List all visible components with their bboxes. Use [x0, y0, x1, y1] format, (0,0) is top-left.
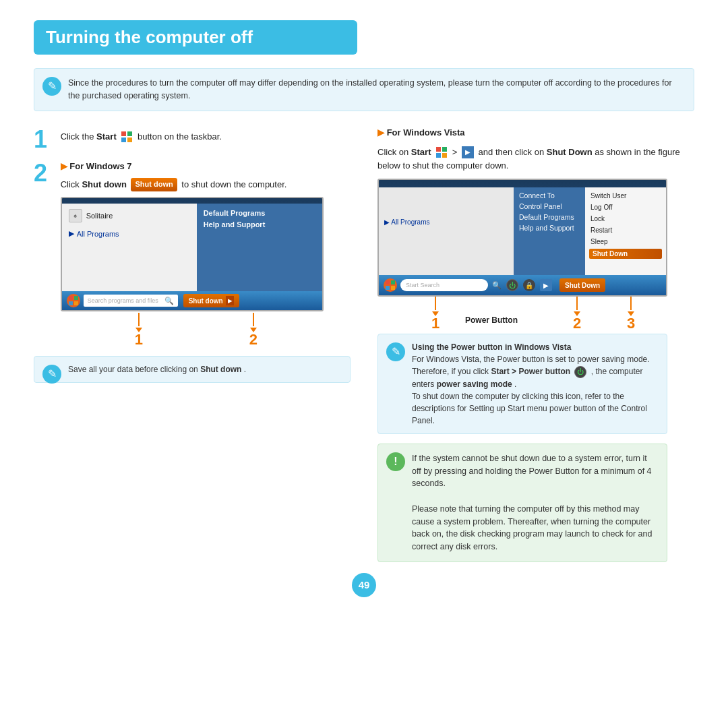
top-note-box: ✎ Since the procedures to turn the compu… — [34, 68, 694, 111]
vista-screenshot: ▶ All Programs Connect To Control Panel … — [377, 179, 667, 297]
win7-left-pane: ♠ Solitaire ▶ All Programs — [62, 204, 197, 291]
top-note-text: Since the procedures to turn the compute… — [68, 78, 672, 100]
vista-start-button — [383, 278, 398, 293]
vista-note-box: ✎ Using the Power button in Windows Vist… — [377, 334, 667, 434]
step-2-number: 2 — [34, 161, 58, 185]
vista-annotations: 1 Power Button 2 3 — [377, 297, 667, 334]
vista-left-pane: ▶ All Programs — [379, 187, 514, 275]
for-vista-header: For Windows Vista — [377, 127, 694, 138]
step-1-row: 1 Click the Start button on the taskbar. — [34, 127, 351, 152]
svg-rect-9 — [436, 147, 441, 152]
svg-rect-14 — [386, 280, 390, 284]
title-bar: Turning the computer off — [34, 20, 357, 55]
note-icon: ✎ — [42, 77, 61, 96]
note-icon-2: ✎ — [42, 365, 61, 384]
vista-shutdown-button: Shut Down — [559, 278, 605, 292]
vista-bottom-bar: Start Search 🔍 ⏻ 🔒 ▶ Shut Down — [379, 275, 666, 295]
warning-box: ! If the system cannot be shut down due … — [377, 444, 667, 562]
power-button-label: Power Button — [465, 315, 518, 325]
vista-power-button: ⏻ — [506, 279, 518, 291]
svg-rect-5 — [69, 296, 73, 300]
vista-note-title: Using the Power button in Windows Vista — [412, 342, 571, 352]
solitaire-icon: ♠ — [69, 209, 82, 222]
vista-ann3: 3 — [627, 316, 635, 331]
vista-shutdown-item: Shut Down — [589, 249, 662, 259]
arrow-right-icon: ▶ — [462, 146, 474, 158]
windows-logo-icon — [121, 131, 133, 143]
page-number-container: 49 — [34, 573, 694, 597]
win7-ann2: 2 — [249, 332, 257, 347]
win7-shutdown-button: Shut down ▶ — [183, 294, 239, 307]
warning-text2: Please note that turning the computer of… — [412, 504, 652, 551]
win7-solitaire-item: ♠ Solitaire — [69, 209, 190, 222]
win7-help: Help and Support — [204, 220, 315, 229]
svg-rect-2 — [121, 138, 126, 142]
svg-rect-1 — [127, 131, 132, 136]
for-vista-text: Click on Start > ▶ and then click on Shu… — [377, 143, 694, 174]
win7-ann2-wrap: 2 — [249, 313, 257, 347]
two-column-layout: 1 Click the Start button on the taskbar. — [34, 127, 694, 562]
win7-bottom-bar: Search programs and files 🔍 Shut down ▶ — [62, 291, 322, 310]
vista-ann3-wrap: 3 — [627, 297, 635, 331]
page-number-badge: 49 — [352, 573, 376, 597]
shut-down-badge: Shut down — [131, 178, 177, 191]
win7-start-menu: ♠ Solitaire ▶ All Programs Default Progr… — [62, 204, 322, 291]
vista-restart: Restart — [589, 226, 662, 235]
vista-switch-user: Switch User — [589, 191, 662, 200]
svg-rect-15 — [391, 280, 395, 284]
step-1-text: Click the Start button on the taskbar. — [61, 127, 348, 144]
svg-rect-0 — [121, 131, 126, 136]
win7-right-pane: Default Programs Help and Support — [197, 204, 322, 291]
svg-rect-3 — [127, 138, 132, 142]
step-1-content: Click the Start button on the taskbar. — [61, 127, 348, 144]
vista-ann2-wrap: 2 — [573, 297, 581, 331]
win7-ann1-wrap: 1 — [135, 313, 143, 347]
win7-screenshot: ♠ Solitaire ▶ All Programs Default Progr… — [61, 197, 324, 311]
svg-rect-16 — [386, 286, 390, 290]
page-title: Turning the computer off — [46, 27, 345, 48]
vista-start-bold: Start — [411, 147, 431, 157]
start-label: Start — [96, 131, 117, 142]
svg-rect-11 — [436, 153, 441, 158]
svg-rect-7 — [69, 301, 73, 305]
vista-arrow-button: ▶ — [540, 279, 552, 291]
vista-start-menu: ▶ All Programs Connect To Control Panel … — [379, 187, 666, 275]
step-2-row: 2 For Windows 7 Click Shut down Shut dow… — [34, 161, 351, 347]
left-column: 1 Click the Start button on the taskbar. — [34, 127, 351, 562]
svg-rect-12 — [442, 153, 447, 158]
svg-rect-17 — [391, 286, 395, 290]
vista-sleep: Sleep — [589, 237, 662, 246]
svg-rect-8 — [74, 301, 78, 305]
bottom-note-left: ✎ Save all your data before clicking on … — [34, 356, 351, 383]
svg-rect-6 — [74, 296, 78, 300]
vista-search-box: Start Search — [400, 279, 488, 291]
win7-start-button — [66, 293, 81, 308]
warning-text1: If the system cannot be shut down due to… — [412, 454, 652, 489]
win7-shutdown-arrow: ▶ — [226, 296, 234, 305]
step-2-text: Click Shut down Shut down to shut down t… — [61, 175, 348, 192]
right-column: For Windows Vista Click on Start > ▶ and… — [377, 127, 694, 562]
shut-down-bold: Shut down — [82, 179, 126, 189]
vista-lock: Lock — [589, 214, 662, 223]
vista-note-icon: ✎ — [386, 342, 405, 361]
shut-down-bold2: Shut Down — [547, 147, 593, 157]
vista-windows-logo — [435, 146, 448, 158]
for-windows7-header: For Windows 7 — [61, 161, 348, 171]
win7-default-programs: Default Programs — [204, 209, 315, 217]
vista-side-menu: Switch User Log Off Lock Restart Sleep S… — [585, 187, 666, 275]
power-icon-inline: ⏻ — [574, 366, 586, 378]
vista-ann2: 2 — [573, 316, 581, 331]
win7-ann1: 1 — [135, 332, 143, 347]
vista-log-off: Log Off — [589, 203, 662, 212]
svg-rect-10 — [442, 147, 447, 152]
vista-ann1: 1 — [431, 316, 439, 331]
warning-icon: ! — [386, 452, 405, 471]
vista-note-para1: For Windows Vista, the Power button is s… — [412, 355, 650, 389]
win7-search-box: Search programs and files 🔍 — [84, 295, 178, 307]
win7-allprograms: ▶ All Programs — [69, 229, 190, 238]
vista-ann1-wrap: 1 — [431, 297, 439, 331]
shut-down-ref: Shut down — [200, 365, 241, 374]
vista-lock-button: 🔒 — [523, 279, 535, 291]
vista-note-para2: To shut down the computer by clicking th… — [412, 392, 647, 425]
step-2-content: For Windows 7 Click Shut down Shut down … — [61, 161, 348, 347]
